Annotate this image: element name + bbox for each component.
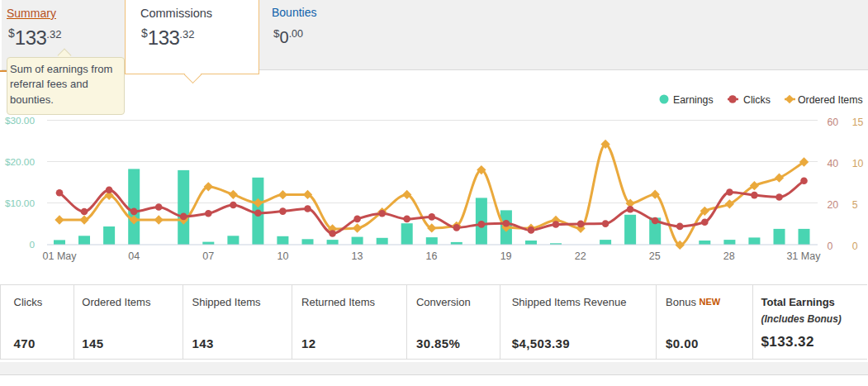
svg-text:15: 15 — [852, 117, 864, 128]
svg-text:$30.00: $30.00 — [5, 115, 36, 126]
svg-text:$10.00: $10.00 — [5, 198, 36, 209]
svg-text:5: 5 — [852, 199, 858, 211]
svg-text:Ordered Items: Ordered Items — [798, 94, 863, 106]
svg-text:28: 28 — [723, 250, 735, 262]
svg-text:31 May: 31 May — [786, 250, 821, 262]
svg-text:$20.00: $20.00 — [5, 156, 36, 168]
svg-text:10: 10 — [852, 158, 864, 169]
svg-text:13: 13 — [351, 250, 363, 262]
svg-text:Clicks: Clicks — [743, 94, 771, 106]
svg-text:25: 25 — [649, 250, 661, 262]
svg-text:0: 0 — [828, 241, 833, 252]
svg-text:20: 20 — [828, 199, 839, 211]
svg-text:10: 10 — [277, 250, 288, 262]
svg-text:60: 60 — [828, 117, 839, 128]
svg-text:0: 0 — [852, 241, 858, 252]
svg-text:01 May: 01 May — [43, 250, 78, 262]
svg-text:0: 0 — [29, 239, 35, 250]
svg-text:07: 07 — [202, 250, 214, 262]
svg-text:22: 22 — [575, 250, 586, 262]
svg-text:Earnings: Earnings — [673, 94, 714, 106]
svg-text:16: 16 — [426, 250, 438, 262]
svg-text:04: 04 — [128, 250, 140, 262]
svg-text:19: 19 — [500, 250, 512, 262]
svg-text:40: 40 — [828, 158, 839, 169]
